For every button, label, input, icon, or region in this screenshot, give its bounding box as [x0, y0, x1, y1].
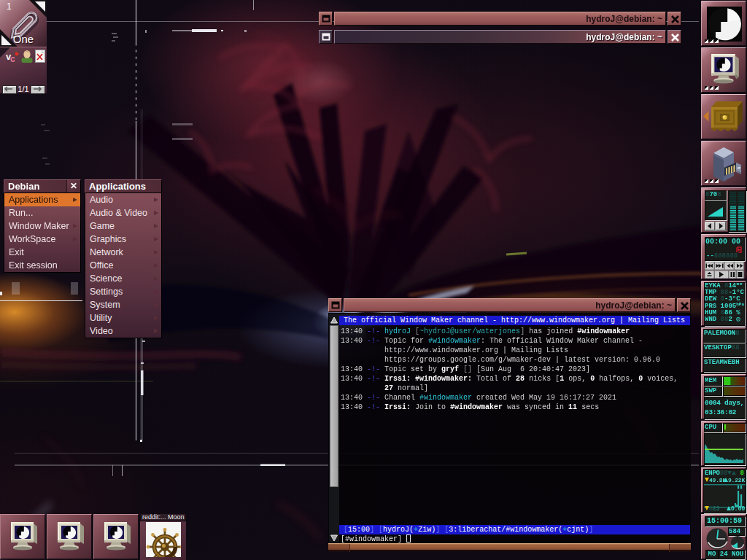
svg-text:c: c — [10, 54, 15, 64]
